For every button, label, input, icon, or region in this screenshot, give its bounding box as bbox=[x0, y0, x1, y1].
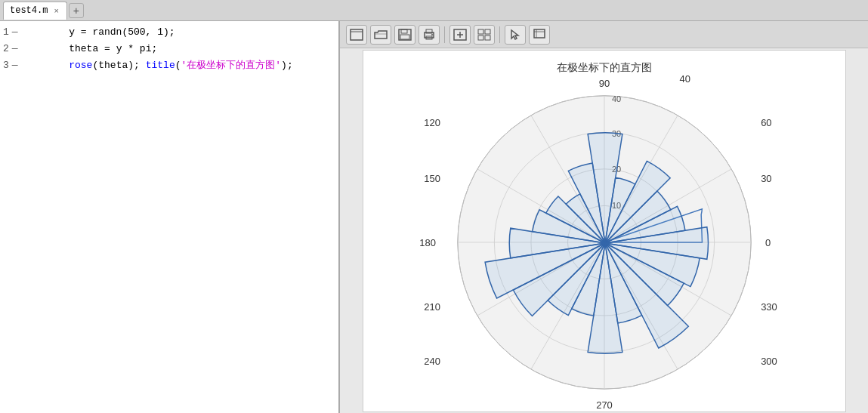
svg-rect-12 bbox=[478, 29, 483, 34]
radial-label-40: 40 bbox=[611, 94, 620, 103]
save-btn[interactable] bbox=[394, 25, 415, 45]
radial-label-10: 10 bbox=[611, 201, 620, 210]
angle-label-180: 180 bbox=[419, 236, 436, 248]
code-text-2: theta = y * pi; bbox=[45, 41, 157, 57]
toolbar-separator-2 bbox=[499, 26, 500, 43]
svg-rect-0 bbox=[351, 29, 363, 40]
toolbar-separator-1 bbox=[444, 26, 445, 43]
angle-label-150: 150 bbox=[424, 173, 440, 184]
cursor-btn[interactable] bbox=[505, 25, 526, 45]
angle-label-240: 240 bbox=[424, 356, 440, 367]
print-btn[interactable] bbox=[419, 25, 440, 45]
tab-label: test4.m bbox=[10, 5, 48, 16]
code-line-3: 3 — rose(theta); title('在极坐标下的直方图'); bbox=[0, 57, 338, 74]
line-gutter-3: 3 — bbox=[0, 57, 45, 74]
code-editor[interactable]: 1 — y = randn(500, 1); 2 — theta = y * p… bbox=[0, 21, 340, 413]
line-number-2: 2 bbox=[3, 41, 9, 57]
main-content: 1 — y = randn(500, 1); 2 — theta = y * p… bbox=[0, 21, 868, 413]
insert-btn[interactable] bbox=[474, 25, 495, 45]
line-gutter-1: 1 — bbox=[0, 24, 45, 41]
line-dash-1: — bbox=[12, 24, 18, 41]
angle-label-0: 0 bbox=[765, 236, 771, 248]
line-number-3: 3 bbox=[3, 57, 9, 74]
tab-close-btn[interactable]: × bbox=[52, 6, 60, 15]
tab-add-btn[interactable]: + bbox=[69, 3, 84, 18]
angle-label-120: 120 bbox=[424, 116, 440, 128]
chart-area: 在极坐标下的直方图 bbox=[340, 48, 868, 413]
line-gutter-2: 2 — bbox=[0, 41, 45, 57]
svg-rect-4 bbox=[400, 35, 409, 39]
chart-container: 在极坐标下的直方图 bbox=[363, 50, 846, 412]
svg-point-8 bbox=[431, 34, 433, 35]
angle-label-300: 300 bbox=[761, 356, 777, 367]
svg-rect-14 bbox=[478, 35, 483, 40]
zoom-in-btn[interactable] bbox=[449, 25, 471, 45]
code-text-1: y = randn(500, 1); bbox=[45, 24, 175, 41]
angle-label-270: 270 bbox=[596, 399, 613, 411]
line-number-1: 1 bbox=[3, 24, 9, 41]
radial-label-30: 30 bbox=[611, 128, 620, 137]
svg-rect-13 bbox=[485, 29, 490, 34]
svg-rect-16 bbox=[534, 29, 545, 38]
figure-panel: 在极坐标下的直方图 bbox=[340, 21, 868, 413]
svg-rect-15 bbox=[485, 35, 490, 40]
figure-toolbar bbox=[340, 21, 868, 48]
radial-label-20: 20 bbox=[611, 165, 620, 174]
angle-label-40: 40 bbox=[679, 72, 690, 84]
data-cursor-btn[interactable] bbox=[529, 25, 550, 45]
line-dash-2: — bbox=[12, 41, 18, 57]
angle-label-30: 30 bbox=[761, 173, 771, 184]
tab-test4m[interactable]: test4.m × bbox=[3, 2, 67, 20]
open-btn[interactable] bbox=[370, 25, 391, 45]
tab-bar: test4.m × + bbox=[0, 0, 868, 21]
code-line-2: 2 — theta = y * pi; bbox=[0, 41, 338, 57]
code-line-1: 1 — y = randn(500, 1); bbox=[0, 24, 338, 41]
new-figure-btn[interactable] bbox=[346, 25, 367, 45]
code-text-3: rose(theta); title('在极坐标下的直方图'); bbox=[45, 57, 293, 74]
angle-label-210: 210 bbox=[424, 301, 440, 312]
angle-label-330: 330 bbox=[761, 301, 777, 312]
angle-label-90: 90 bbox=[598, 77, 609, 88]
angle-label-60: 60 bbox=[761, 116, 771, 128]
polar-chart: 90 60 30 0 330 300 270 240 210 180 150 1… bbox=[363, 51, 845, 411]
line-dash-3: — bbox=[12, 57, 18, 74]
